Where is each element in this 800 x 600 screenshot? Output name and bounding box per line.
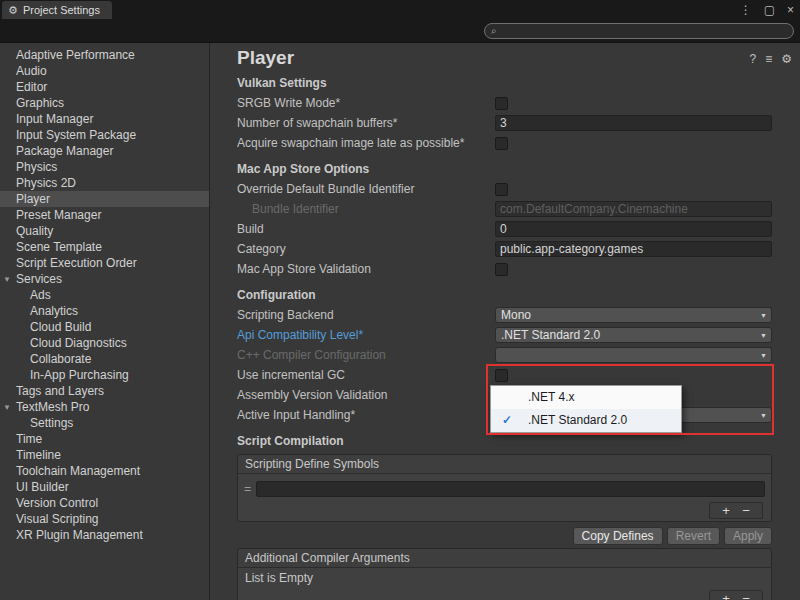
window-menu-icon[interactable]: ⋮ [740,3,752,17]
sidebar-item-quality[interactable]: Quality [0,223,209,239]
define-symbol-field[interactable] [256,481,765,497]
sidebar-item-script-execution-order[interactable]: Script Execution Order [0,255,209,271]
sidebar-item-textmesh-settings[interactable]: Settings [0,415,209,431]
sidebar-item-preset-manager[interactable]: Preset Manager [0,207,209,223]
section-vulkan-settings: Vulkan Settings [237,73,772,93]
sidebar-item-adaptive-performance[interactable]: Adaptive Performance [0,47,209,63]
remove-icon[interactable]: − [742,593,750,600]
category-label: Category [237,242,495,256]
cpp-compiler-config-dropdown: ▼ [495,347,772,363]
row-mac-store-validation: Mac App Store Validation [237,259,772,279]
sidebar-item-time[interactable]: Time [0,431,209,447]
settings-sidebar: Adaptive Performance Audio Editor Graphi… [0,43,210,600]
section-script-compilation: Script Compilation [237,431,772,451]
override-bundle-id-checkbox[interactable] [495,183,508,196]
api-compatibility-label: Api Compatibility Level* [237,328,495,342]
foldout-icon[interactable]: ▼ [3,272,11,288]
row-scripting-backend: Scripting Backend Mono ▼ [237,305,772,325]
sidebar-item-cloud-diagnostics[interactable]: Cloud Diagnostics [0,335,209,351]
search-box[interactable]: ⌕ [484,23,794,39]
bundle-identifier-field: com.DefaultCompany.Cinemachine [495,201,772,217]
presets-icon[interactable]: ≡ [765,52,772,66]
scripting-define-symbols-box: Scripting Define Symbols = + − [237,454,772,522]
sidebar-item-player[interactable]: Player [0,191,209,207]
row-build: Build 0 [237,219,772,239]
api-compatibility-dropdown[interactable]: .NET Standard 2.0 ▼ [495,327,772,343]
sidebar-item-ui-builder[interactable]: UI Builder [0,479,209,495]
search-icon: ⌕ [491,26,497,36]
sidebar-item-package-manager[interactable]: Package Manager [0,143,209,159]
chevron-down-icon: ▼ [760,312,767,319]
sidebar-item-collaborate[interactable]: Collaborate [0,351,209,367]
sidebar-item-graphics[interactable]: Graphics [0,95,209,111]
sidebar-item-tags-and-layers[interactable]: Tags and Layers [0,383,209,399]
add-icon[interactable]: + [722,593,730,600]
add-icon[interactable]: + [722,505,730,517]
chevron-down-icon: ▼ [760,412,767,419]
sidebar-item-xr-plugin-management[interactable]: XR Plugin Management [0,527,209,543]
mac-store-validation-checkbox[interactable] [495,263,508,276]
define-symbol-row: = [244,481,765,497]
section-configuration: Configuration [237,285,772,305]
help-icon[interactable]: ? [750,52,757,66]
chevron-down-icon: ▼ [760,332,767,339]
copy-defines-button[interactable]: Copy Defines [573,527,663,545]
acquire-swapchain-checkbox[interactable] [495,137,508,150]
popup-item-net-standard-20[interactable]: ✓ .NET Standard 2.0 [491,409,681,432]
scripting-define-symbols-header: Scripting Define Symbols [238,455,771,474]
assembly-version-validation-label: Assembly Version Validation [237,388,495,402]
sidebar-item-editor[interactable]: Editor [0,79,209,95]
sidebar-item-version-control[interactable]: Version Control [0,495,209,511]
drag-handle-icon[interactable]: = [244,482,251,496]
search-input[interactable] [501,25,787,37]
srgb-write-mode-label: SRGB Write Mode* [237,96,495,110]
maximize-icon[interactable]: ▢ [764,3,775,17]
row-override-bundle-id: Override Default Bundle Identifier [237,179,772,199]
sidebar-item-textmesh-pro[interactable]: ▼TextMesh Pro [0,399,209,415]
acquire-swapchain-label: Acquire swapchain image late as possible… [237,136,495,150]
sidebar-item-services[interactable]: ▼Services [0,271,209,287]
sidebar-item-timeline[interactable]: Timeline [0,447,209,463]
sidebar-item-toolchain-management[interactable]: Toolchain Management [0,463,209,479]
mac-store-validation-label: Mac App Store Validation [237,262,495,276]
sidebar-item-visual-scripting[interactable]: Visual Scripting [0,511,209,527]
sidebar-item-analytics[interactable]: Analytics [0,303,209,319]
override-bundle-id-label: Override Default Bundle Identifier [237,182,495,196]
category-field[interactable]: public.app-category.games [495,241,772,257]
row-acquire-swapchain: Acquire swapchain image late as possible… [237,133,772,153]
sidebar-item-physics[interactable]: Physics [0,159,209,175]
popup-item-net-4x[interactable]: .NET 4.x [491,386,681,409]
toolbar: ⌕ [0,19,800,43]
sidebar-item-scene-template[interactable]: Scene Template [0,239,209,255]
use-incremental-gc-checkbox[interactable] [495,369,508,382]
row-api-compatibility: Api Compatibility Level* .NET Standard 2… [237,325,772,345]
sidebar-item-in-app-purchasing[interactable]: In-App Purchasing [0,367,209,383]
row-srgb-write-mode: SRGB Write Mode* [237,93,772,113]
sidebar-item-input-manager[interactable]: Input Manager [0,111,209,127]
cpp-compiler-config-label: C++ Compiler Configuration [237,348,495,362]
revert-button: Revert [667,527,720,545]
srgb-write-mode-checkbox[interactable] [495,97,508,110]
sidebar-item-cloud-build[interactable]: Cloud Build [0,319,209,335]
close-icon[interactable]: × [787,3,794,17]
swapchain-buffers-label: Number of swapchain buffers* [237,116,495,130]
row-swapchain-buffers: Number of swapchain buffers* 3 [237,113,772,133]
row-use-incremental-gc: Use incremental GC [237,365,772,385]
sidebar-item-physics-2d[interactable]: Physics 2D [0,175,209,191]
foldout-icon[interactable]: ▼ [3,400,11,416]
sidebar-item-input-system-package[interactable]: Input System Package [0,127,209,143]
scripting-backend-label: Scripting Backend [237,308,495,322]
page-title: Player [237,47,294,68]
sidebar-item-audio[interactable]: Audio [0,63,209,79]
sidebar-item-ads[interactable]: Ads [0,287,209,303]
swapchain-buffers-field[interactable]: 3 [495,115,772,131]
list-empty-text: List is Empty [238,568,771,588]
remove-icon[interactable]: − [742,505,750,517]
check-icon: ✓ [502,409,512,432]
build-field[interactable]: 0 [495,221,772,237]
scripting-backend-dropdown[interactable]: Mono ▼ [495,307,772,323]
tab-project-settings[interactable]: ⚙ Project Settings [2,1,112,19]
use-incremental-gc-label: Use incremental GC [237,368,495,382]
apply-button: Apply [724,527,772,545]
panel-gear-icon[interactable]: ⚙ [781,52,792,66]
